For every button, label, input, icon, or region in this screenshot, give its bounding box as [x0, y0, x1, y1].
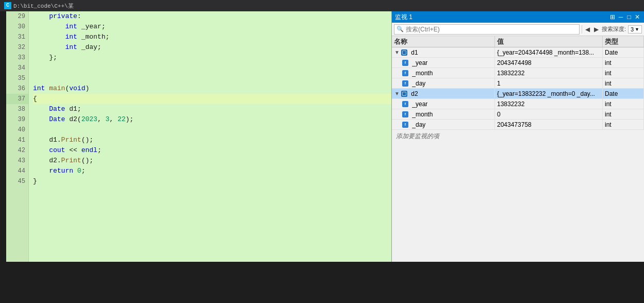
watch-minimize-button[interactable]: ─	[617, 13, 624, 21]
app-icon: C	[4, 2, 11, 9]
watch-table-header: 名称 值 类型	[392, 36, 644, 47]
d1-value: {_year=2043474498 _month=138...	[497, 49, 594, 56]
code-line	[33, 125, 391, 135]
watch-close-button[interactable]: ✕	[634, 13, 641, 21]
line-number: 39	[6, 114, 28, 125]
search-input[interactable]	[406, 26, 577, 33]
code-line: }	[33, 176, 391, 187]
depth-value: 3	[631, 26, 634, 32]
watch-row-d2-month[interactable]: f _month 0 int	[392, 109, 644, 120]
editor-area[interactable]: 2930313233343536373839404142434445 priva…	[6, 11, 391, 262]
d2-year-name: _year	[412, 100, 427, 108]
d1-month-type: int	[605, 70, 612, 77]
col-header-name: 名称	[392, 36, 495, 47]
watch-row-d1-year[interactable]: f _year 2043474498 int	[392, 58, 644, 68]
watch-maximize-button[interactable]: □	[625, 13, 633, 21]
code-text	[33, 63, 37, 73]
code-text: Date d1;	[33, 104, 81, 114]
line-number: 42	[6, 145, 28, 156]
d2-month-field-icon: f	[402, 111, 408, 117]
d1-day-value: 1	[497, 80, 501, 87]
code-line: return 0;	[33, 166, 391, 176]
code-line: int _day;	[33, 42, 391, 53]
line-number: 35	[6, 73, 28, 83]
search-box[interactable]: 🔍	[394, 24, 580, 35]
line-number: 32	[6, 42, 28, 53]
code-text: d2.Print();	[33, 156, 93, 166]
nav-forward-button[interactable]: ▶	[593, 26, 600, 33]
d2-value: {_year=13832232 _month=0 _day...	[497, 90, 595, 97]
nav-back-button[interactable]: ◀	[584, 26, 591, 33]
d1-day-name: _day	[412, 80, 425, 87]
d1-expand-arrow[interactable]: ▼	[394, 49, 400, 55]
watch-row-d1-month[interactable]: f _month 13832232 int	[392, 68, 644, 78]
code-text: }	[33, 176, 37, 187]
d2-year-type: int	[605, 100, 612, 108]
watch-title-bar: 监视 1 ⊞ ─ □ ✕	[392, 11, 644, 23]
d2-month-value: 0	[497, 111, 501, 118]
d2-expand-arrow[interactable]: ▼	[394, 91, 400, 96]
d1-month-name: _month	[412, 70, 433, 77]
d1-year-value: 2043474498	[497, 59, 532, 66]
code-text: {	[33, 94, 37, 104]
line-number: 37	[6, 94, 28, 104]
code-text: cout << endl;	[33, 145, 102, 156]
code-text: Date d2(2023, 3, 22);	[33, 114, 134, 125]
code-line	[33, 63, 391, 73]
code-text: int _day;	[33, 42, 102, 53]
d1-year-name: _year	[412, 59, 427, 66]
watch-panel: 监视 1 ⊞ ─ □ ✕ 🔍 ◀ ▶ 搜索深度: 3 ▼	[391, 11, 644, 262]
watch-panel-title: 监视 1	[395, 13, 412, 22]
line-number: 40	[6, 125, 28, 135]
title-bar: C D:\bit_code\C++\某	[0, 0, 644, 11]
code-line: private:	[33, 11, 391, 22]
code-line: int _month;	[33, 32, 391, 42]
search-icon: 🔍	[397, 26, 404, 32]
code-line: cout << endl;	[33, 145, 391, 156]
d2-day-type: int	[605, 121, 612, 128]
depth-label: 搜索深度:	[602, 25, 626, 33]
left-gutter	[0, 11, 6, 262]
col-header-type: 类型	[603, 36, 644, 47]
d1-year-type: int	[605, 59, 612, 66]
line-number: 41	[6, 135, 28, 145]
line-number: 44	[6, 166, 28, 176]
code-line: };	[33, 53, 391, 63]
code-line: d2.Print();	[33, 156, 391, 166]
watch-row-d2[interactable]: ▼ d2 {_year=13832232 _month=0 _day... Da…	[392, 89, 644, 99]
code-line: d1.Print();	[33, 135, 391, 145]
watch-row-d1[interactable]: ▼ d1 {_year=2043474498 _month=138... Dat…	[392, 47, 644, 58]
line-number: 29	[6, 11, 28, 22]
watch-row-d2-year[interactable]: f _year 13832232 int	[392, 99, 644, 109]
code-text: d1.Print();	[33, 135, 93, 145]
line-number: 31	[6, 32, 28, 42]
d2-type: Date	[605, 90, 618, 97]
line-number: 43	[6, 156, 28, 166]
d2-year-value: 13832232	[497, 100, 524, 108]
code-text: int _month;	[33, 32, 109, 42]
d2-day-field-icon: f	[402, 122, 408, 128]
line-number: 30	[6, 22, 28, 32]
line-number: 34	[6, 63, 28, 73]
d1-month-field-icon: f	[402, 70, 408, 76]
add-watch-row[interactable]: 添加要监视的项	[392, 130, 644, 143]
code-lines: private: int _year; int _month; int _day…	[29, 11, 391, 262]
watch-pin-button[interactable]: ⊞	[609, 13, 616, 21]
code-text: };	[33, 53, 57, 63]
d2-year-field-icon: f	[402, 101, 408, 107]
watch-row-d2-day[interactable]: f _day 2043473758 int	[392, 120, 644, 130]
d1-year-field-icon: f	[402, 60, 408, 66]
d2-month-type: int	[605, 111, 612, 118]
col-header-value: 值	[495, 36, 603, 47]
d1-cube-icon	[401, 49, 407, 56]
d1-day-type: int	[605, 80, 612, 87]
line-number: 38	[6, 104, 28, 114]
line-number: 33	[6, 53, 28, 63]
d2-name: d2	[411, 90, 418, 97]
code-text: private:	[33, 11, 81, 22]
watch-row-d1-day[interactable]: f _day 1 int	[392, 78, 644, 89]
d2-cube-icon	[401, 91, 407, 97]
code-text: return 0;	[33, 166, 85, 176]
code-text	[33, 73, 37, 83]
code-line: ▶{	[33, 94, 391, 104]
